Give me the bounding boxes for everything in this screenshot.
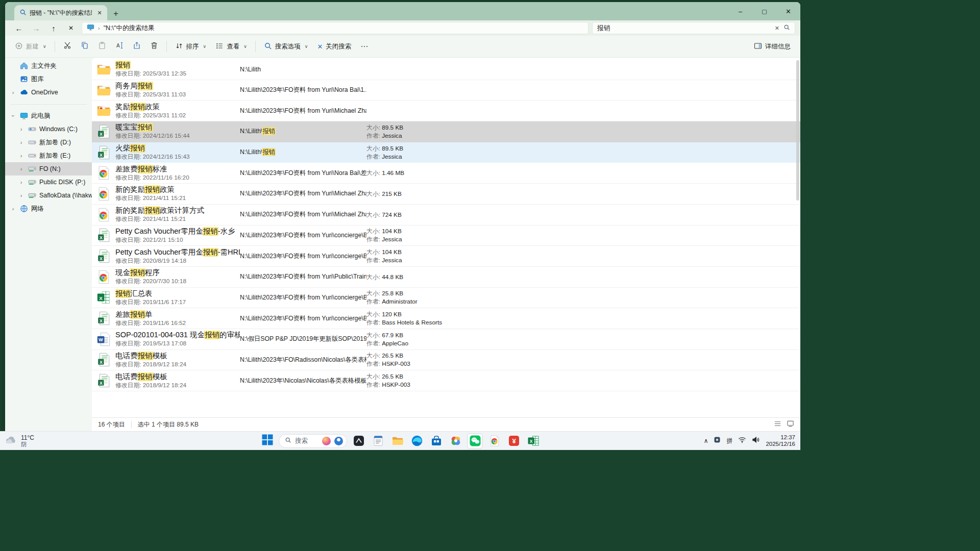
chevron-right-icon[interactable]: ›	[17, 179, 25, 185]
file-name: 奖励报销政策	[115, 103, 240, 111]
file-meta: 大小: 26.5 KB作者: HSKP-003	[366, 372, 795, 389]
tray-app-icon[interactable]	[714, 436, 721, 445]
share-button[interactable]	[128, 39, 145, 54]
close-button[interactable]: ✕	[776, 2, 800, 20]
file-row[interactable]: XPetty Cash Voucher零用金报销-需HRD...修改日期: 20…	[92, 246, 800, 267]
sidebar-item[interactable]: ›网络	[5, 202, 92, 215]
ime-indicator[interactable]: 拼	[726, 437, 732, 445]
file-meta: 大小: 26.5 KB作者: HSKP-003	[366, 352, 795, 368]
start-button[interactable]	[259, 433, 275, 449]
file-row[interactable]: WSOP-020101-004-031 现金报销的审核修改日期: 2019/5/…	[92, 329, 800, 350]
sidebar-item[interactable]: 图库	[5, 72, 92, 86]
search-results-icon	[19, 9, 27, 17]
chevron-right-icon[interactable]: ›	[9, 206, 17, 212]
copy-button[interactable]	[76, 39, 93, 54]
sidebar-item[interactable]: ›新加卷 (E:)	[5, 149, 92, 162]
chrome-taskbar-icon[interactable]	[486, 433, 502, 449]
file-row[interactable]: X报销汇总表修改日期: 2019/11/6 17:17N:\Lilith\202…	[92, 288, 800, 309]
search-icon[interactable]	[783, 24, 790, 32]
forward-button[interactable]: →	[28, 21, 45, 35]
file-row[interactable]: 奖励报销政策修改日期: 2025/3/31 11:02N:\Lilith\202…	[92, 101, 800, 121]
file-row[interactable]: 现金报销程序修改日期: 2020/7/30 10:18N:\Lilith\202…	[92, 267, 800, 288]
network-icon[interactable]	[738, 436, 746, 445]
delete-button[interactable]	[145, 39, 163, 54]
new-button[interactable]: 新建∨	[10, 39, 51, 54]
stop-button[interactable]: ✕	[62, 21, 80, 35]
scrollbar[interactable]	[796, 60, 799, 201]
view-button[interactable]: 查看∨	[211, 39, 252, 54]
large-icons-view-icon[interactable]	[787, 420, 794, 429]
back-button[interactable]: ←	[10, 21, 28, 35]
file-row[interactable]: X暖宝宝报销修改日期: 2024/12/16 15:44N:\Lilith\报销…	[92, 121, 800, 142]
stocks-taskbar-icon[interactable]: ¥	[506, 433, 522, 449]
sidebar-item-label: 新加卷 (E:)	[39, 152, 70, 160]
sidebar-item[interactable]: ›FO (N:)	[5, 162, 92, 176]
folder-pdf-icon	[92, 103, 115, 118]
chevron-down-icon[interactable]: ›	[10, 112, 16, 120]
dark-app-taskbar-icon[interactable]	[351, 433, 366, 449]
wechat-taskbar-icon[interactable]	[467, 433, 483, 449]
chevron-right-icon[interactable]: ›	[17, 192, 25, 198]
photos-taskbar-icon[interactable]	[448, 433, 463, 449]
tab-close-icon[interactable]: ✕	[95, 8, 104, 17]
explorer-tab[interactable]: 报销 - "N:\"中的搜索结果 ✕	[14, 5, 107, 20]
up-button[interactable]: ↑	[45, 21, 62, 35]
chevron-right-icon[interactable]: ›	[17, 166, 25, 172]
taskbar-clock[interactable]: 12:37 2025/12/16	[766, 434, 795, 447]
paste-button[interactable]	[93, 39, 111, 54]
sidebar-item[interactable]: 主文件夹	[5, 59, 92, 72]
sidebar-item[interactable]: ›OneDrive	[5, 86, 92, 99]
title-bar: 报销 - "N:\"中的搜索结果 ✕ + – ▢ ✕	[5, 2, 800, 20]
maximize-button[interactable]: ▢	[752, 2, 776, 20]
close-search-button[interactable]: ✕ 关闭搜索	[312, 39, 356, 54]
store-taskbar-icon[interactable]	[428, 433, 444, 449]
sidebar-item[interactable]: ›Windows (C:)	[5, 122, 92, 136]
chevron-right-icon[interactable]: ›	[17, 139, 25, 145]
sort-button[interactable]: 排序∨	[170, 39, 211, 54]
network-icon	[19, 205, 29, 213]
file-row[interactable]: 商务局报销修改日期: 2025/3/31 11:03N:\Lilith\2023…	[92, 80, 800, 101]
file-path: N:\Lilith\报销	[240, 127, 366, 136]
volume-icon[interactable]	[752, 436, 760, 445]
file-row[interactable]: X火柴报销修改日期: 2024/12/16 15:43N:\Lilith\报销大…	[92, 142, 800, 163]
excel-xls-icon: X	[92, 248, 115, 264]
rename-button[interactable]: A	[111, 39, 128, 54]
list-view-icon[interactable]	[774, 420, 781, 429]
sidebar-item[interactable]: ›此电脑	[5, 109, 92, 122]
file-row[interactable]: X电话费报销模板修改日期: 2018/9/12 18:24N:\Lilith\2…	[92, 350, 800, 371]
sidebar-item[interactable]: ›SaflokData (\\hakwe	[5, 189, 92, 202]
chevron-right-icon[interactable]: ›	[17, 126, 25, 132]
address-bar[interactable]: › "N:\"中的搜索结果	[82, 22, 589, 34]
chevron-right-icon[interactable]: ›	[9, 89, 17, 95]
sidebar-item[interactable]: ›新加卷 (D:)	[5, 136, 92, 149]
file-row[interactable]: XPetty Cash Voucher零用金报销-水乡修改日期: 2021/2/…	[92, 226, 800, 246]
new-tab-button[interactable]: +	[113, 9, 118, 18]
search-options-button[interactable]: 搜索选项∨	[259, 39, 313, 54]
document-app-taskbar-icon[interactable]	[370, 433, 386, 449]
file-explorer-taskbar-icon[interactable]	[389, 433, 405, 449]
more-options-button[interactable]: ⋯	[356, 39, 373, 54]
minimize-button[interactable]: –	[728, 2, 752, 20]
taskbar: 11°C 阴 搜索 ¥X ∧ 拼 12:37 2025/12/16	[0, 431, 800, 450]
file-row[interactable]: 新的奖励报销政策计算方式修改日期: 2021/4/11 15:21N:\Lili…	[92, 205, 800, 226]
taskbar-search[interactable]: 搜索	[279, 434, 347, 448]
tray-overflow-chevron-icon[interactable]: ∧	[704, 437, 708, 444]
windows-logo-icon	[261, 434, 274, 448]
sidebar-item[interactable]: ›Public DISK (P:)	[5, 176, 92, 189]
file-row[interactable]: 新的奖励报销政策修改日期: 2021/4/11 15:21N:\Lilith\2…	[92, 184, 800, 205]
sort-icon	[175, 42, 183, 52]
details-pane-button[interactable]: 详细信息	[749, 39, 795, 54]
svg-text:W: W	[99, 337, 103, 342]
chevron-right-icon[interactable]: ›	[17, 153, 25, 159]
svg-text:X: X	[100, 256, 103, 261]
file-row[interactable]: 报销修改日期: 2025/3/31 12:35N:\Lilith	[92, 59, 800, 80]
excel-taskbar-icon[interactable]: X	[525, 433, 541, 449]
file-row[interactable]: X差旅报销单修改日期: 2019/11/6 16:52N:\Lilith\202…	[92, 308, 800, 329]
search-input[interactable]: 报销 ✕	[592, 22, 795, 34]
weather-widget[interactable]: 11°C 阴	[5, 435, 34, 447]
clear-search-icon[interactable]: ✕	[775, 25, 779, 32]
cut-button[interactable]	[59, 39, 76, 54]
file-row[interactable]: 差旅费报销标准修改日期: 2022/11/16 16:20N:\Lilith\2…	[92, 163, 800, 184]
edge-taskbar-icon[interactable]	[409, 433, 425, 449]
file-row[interactable]: X电话费报销模板修改日期: 2018/9/12 18:24N:\Lilith\2…	[92, 370, 800, 391]
